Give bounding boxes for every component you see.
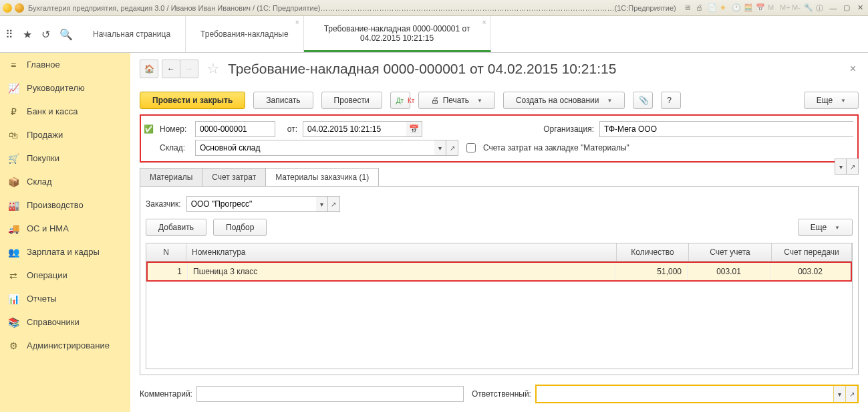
swap-icon: ⇄: [8, 270, 19, 281]
sidebar-item-label: Главное: [27, 60, 60, 70]
sidebar-item-assets[interactable]: 🚚ОС и НМА: [0, 217, 130, 240]
people-icon: 👥: [8, 247, 19, 258]
home-button[interactable]: 🏠: [140, 60, 158, 78]
warehouse-label: Склад:: [160, 143, 190, 152]
sidebar-item-reports[interactable]: 📊Отчеты: [0, 287, 130, 310]
toolbar-icon[interactable]: 🕐: [732, 3, 741, 13]
org-input[interactable]: [599, 121, 853, 137]
sidebar-item-sales[interactable]: 🛍Продажи: [0, 123, 130, 146]
maximize-icon[interactable]: ▢: [841, 3, 852, 13]
sidebar-item-bank[interactable]: ₽Банк и касса: [0, 100, 130, 123]
calc-icon[interactable]: 🧮: [744, 3, 753, 13]
sidebar-item-label: Отчеты: [27, 294, 57, 304]
sidebar-item-purchases[interactable]: 🛒Покупки: [0, 146, 130, 170]
date-label: от:: [281, 124, 297, 134]
sidebar-item-main[interactable]: ≡Главное: [0, 53, 130, 76]
calendar-icon[interactable]: 📅: [756, 3, 765, 13]
open-icon[interactable]: ↗: [845, 386, 857, 402]
window-title: Бухгалтерия предприятия, редакция 3.0 / …: [28, 4, 684, 12]
sidebar-item-operations[interactable]: ⇄Операции: [0, 264, 130, 287]
materials-grid: N Номенклатура Количество Счет учета Сче…: [146, 243, 853, 369]
close-icon[interactable]: ×: [295, 19, 299, 26]
col-header-transfer[interactable]: Счет передачи: [772, 243, 852, 261]
open-icon[interactable]: ↗: [446, 140, 458, 156]
open-icon[interactable]: ↗: [847, 159, 859, 175]
back-button[interactable]: ←: [162, 60, 180, 78]
tab-requisitions[interactable]: Требования-накладные×: [186, 16, 303, 52]
tab-requisition-doc[interactable]: Требование-накладная 0000-000001 от 04.0…: [304, 16, 491, 52]
post-button[interactable]: Провести: [321, 92, 382, 109]
sidebar-item-payroll[interactable]: 👥Зарплата и кадры: [0, 240, 130, 264]
chart-icon: 📈: [8, 83, 19, 94]
sidebar-item-admin[interactable]: ⚙Администрирование: [0, 334, 130, 357]
responsible-input[interactable]: [537, 386, 833, 401]
more-grid-button[interactable]: Еще: [798, 219, 853, 236]
toolbar-icon[interactable]: 📄: [708, 3, 717, 13]
customer-label: Заказчик:: [146, 199, 181, 209]
attachments-button[interactable]: 📎: [633, 92, 653, 109]
dropdown-icon[interactable]: ▾: [316, 196, 328, 212]
col-header-account[interactable]: Счет учета: [689, 243, 772, 261]
apps-icon[interactable]: ⠿: [5, 28, 13, 41]
open-icon[interactable]: ↗: [328, 196, 340, 212]
sidebar-item-catalogs[interactable]: 📚Справочники: [0, 310, 130, 334]
number-input[interactable]: [195, 121, 275, 137]
info-icon[interactable]: ⓘ: [816, 3, 825, 13]
minimize-icon[interactable]: —: [828, 3, 839, 13]
cell-n: 1: [148, 263, 188, 280]
sidebar-item-production[interactable]: 🏭Производство: [0, 193, 130, 217]
grid-row[interactable]: 1 Пшеница 3 класс 51,000 003.01 003.02: [146, 262, 852, 282]
app-menu-icon[interactable]: [15, 3, 24, 13]
pick-button[interactable]: Подбор: [213, 219, 267, 236]
col-header-nomenclature[interactable]: Номенклатура: [186, 243, 617, 261]
cell-transfer: 003.02: [770, 263, 851, 280]
date-input[interactable]: [303, 121, 406, 137]
dt-kt-button[interactable]: ДтКт: [390, 92, 410, 109]
sidebar-item-label: Покупки: [27, 153, 59, 163]
calendar-icon[interactable]: 📅: [406, 121, 422, 137]
box-icon: 📦: [8, 177, 19, 187]
dropdown-icon[interactable]: ▾: [835, 159, 847, 175]
save-button[interactable]: Записать: [253, 92, 313, 109]
warehouse-input[interactable]: [195, 140, 434, 156]
doc-status-icon: ✅: [142, 123, 154, 135]
favorites-icon[interactable]: ★: [23, 28, 32, 41]
grid-empty-area[interactable]: [146, 282, 852, 369]
sidebar-item-manager[interactable]: 📈Руководителю: [0, 76, 130, 100]
favorite-star-icon[interactable]: ☆: [206, 60, 220, 78]
create-based-on-button[interactable]: Создать на основании: [503, 92, 625, 109]
col-header-n[interactable]: N: [146, 243, 186, 261]
dropdown-icon[interactable]: ▾: [833, 386, 845, 402]
cost-accounts-checkbox[interactable]: [466, 143, 476, 152]
toolbar-icon[interactable]: 🖥: [684, 3, 693, 13]
tab-cost-account[interactable]: Счет затрат: [202, 168, 266, 186]
star-icon[interactable]: ★: [720, 3, 729, 13]
forward-button[interactable]: →: [180, 60, 198, 78]
books-icon: 📚: [8, 317, 19, 328]
customer-input[interactable]: [186, 196, 316, 212]
print-button[interactable]: 🖨Печать: [418, 92, 495, 109]
search-icon[interactable]: 🔍: [59, 28, 73, 41]
add-row-button[interactable]: Добавить: [146, 219, 206, 236]
comment-input[interactable]: [196, 386, 464, 402]
post-and-close-button[interactable]: Провести и закрыть: [140, 92, 245, 109]
close-page-button[interactable]: ×: [847, 60, 859, 78]
history-icon[interactable]: ↺: [41, 28, 50, 41]
col-header-qty[interactable]: Количество: [617, 243, 689, 261]
content-area: 🏠 ← → ☆ Требование-накладная 0000-000001…: [130, 53, 868, 412]
m-minus-icon: M-: [792, 3, 801, 13]
help-button[interactable]: ?: [661, 92, 681, 109]
cell-account: 003.01: [688, 263, 770, 280]
comment-label: Комментарий:: [140, 389, 192, 399]
cost-accounts-label: Счета затрат на закладке "Материалы": [483, 143, 629, 152]
tab-materials[interactable]: Материалы: [140, 168, 202, 186]
wrench-icon[interactable]: 🔧: [804, 3, 813, 13]
dropdown-icon[interactable]: ▾: [434, 140, 446, 156]
more-button[interactable]: Еще: [804, 92, 859, 109]
sidebar-item-warehouse[interactable]: 📦Склад: [0, 170, 130, 193]
close-icon[interactable]: ✕: [855, 3, 865, 13]
toolbar-icon[interactable]: 🖨: [696, 3, 705, 13]
close-icon[interactable]: ×: [482, 19, 486, 26]
tab-customer-materials[interactable]: Материалы заказчика (1): [265, 168, 379, 186]
tab-start-page[interactable]: Начальная страница: [78, 16, 186, 52]
